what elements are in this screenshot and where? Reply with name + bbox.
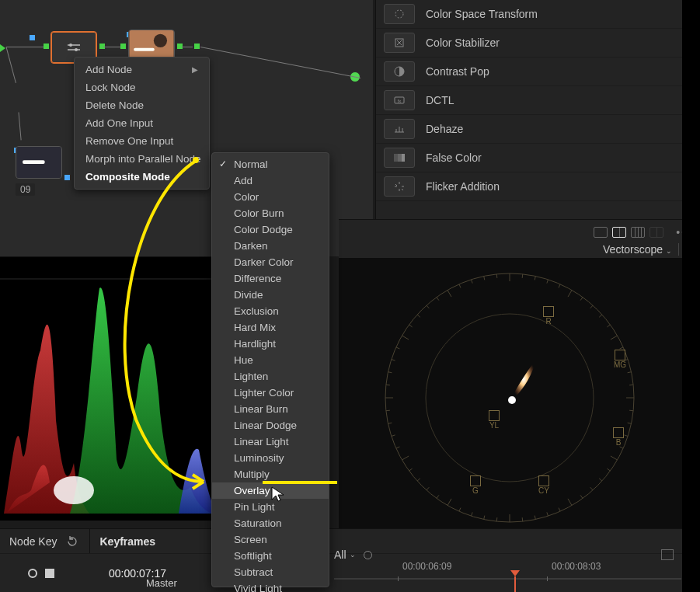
ctx-item-add-input[interactable]: Add One Input [75,114,209,132]
keyframes-label[interactable]: Keyframes [89,529,165,553]
vectorscope: R MG B CY G YL [339,258,682,528]
node-link [103,47,120,47]
effect-flicker-addition[interactable]: Flicker Addition [376,172,700,201]
composite-mode-normal[interactable]: Normal [212,156,329,172]
svg-line-49 [392,435,395,437]
svg-text:fx: fx [398,99,402,103]
composite-mode-luminosity[interactable]: Luminosity [212,450,329,466]
composite-mode-hard-mix[interactable]: Hard Mix [212,319,329,336]
svg-line-76 [607,325,610,327]
node-port[interactable] [44,44,49,49]
effect-color-stabilizer[interactable]: Color Stabilizer [376,29,700,57]
svg-line-46 [409,468,413,471]
svg-line-42 [448,499,451,506]
mouse-cursor-icon [270,486,287,503]
svg-line-29 [599,479,602,481]
svg-line-71 [559,284,560,288]
scope-dropdown-label: Vectorscope [603,243,663,256]
svg-line-58 [409,325,413,327]
node-09[interactable] [16,146,62,179]
ctx-item-label: Lock Node [85,82,136,93]
composite-mode-exclusion[interactable]: Exclusion [212,303,329,319]
reset-icon[interactable] [66,535,78,548]
composite-mode-multiply[interactable]: Multiply [212,466,329,482]
composite-mode-linear-light[interactable]: Linear Light [212,434,329,450]
svg-line-43 [437,495,439,498]
keyframe-timeline[interactable]: All ⌄ 00:00:06:09 00:00:08:03 [334,544,681,592]
ctx-item-composite-mode[interactable]: Composite Mode [75,168,209,186]
svg-line-34 [547,512,549,516]
node-key-label: Node Key [0,535,66,548]
svg-line-51 [386,410,390,411]
master-label: Master [146,577,177,589]
ctx-item-morph[interactable]: Morph into Parallel Node [75,150,209,168]
composite-mode-submenu[interactable]: NormalAddColorColor BurnColor DodgeDarke… [211,152,329,587]
svg-point-19 [54,476,94,504]
composite-mode-hue[interactable]: Hue [212,352,329,368]
svg-line-36 [522,517,523,521]
effect-icon [384,4,415,24]
record-circle-icon[interactable] [28,569,37,578]
ctx-item-label: Morph into Parallel Node [85,153,201,165]
clip-thumbnail [16,147,61,178]
ctx-item-add-node[interactable]: Add Node ▶ [75,61,209,78]
node-link [6,47,44,47]
timeline-radio[interactable] [364,551,372,559]
ctx-item-label: Add Node [85,64,132,75]
composite-mode-difference[interactable]: Difference [212,270,329,287]
effect-color-space-transform[interactable]: Color Space Transform [376,0,700,29]
effect-icon [384,176,415,197]
composite-mode-color-dodge[interactable]: Color Dodge [212,221,329,238]
playhead[interactable] [514,576,516,592]
node-port[interactable] [120,44,126,49]
composite-mode-darken[interactable]: Darken [212,238,329,254]
composite-mode-lighten[interactable]: Lighten [212,368,329,385]
ctx-item-remove-input[interactable]: Remove One Input [75,132,209,150]
composite-mode-divide[interactable]: Divide [212,287,329,303]
composite-mode-linear-dodge[interactable]: Linear Dodge [212,417,329,434]
composite-mode-darker-color[interactable]: Darker Color [212,254,329,270]
composite-mode-screen[interactable]: Screen [212,531,329,548]
composite-mode-softlight[interactable]: Softlight [212,548,329,564]
effect-dehaze[interactable]: Dehaze [376,115,700,144]
composite-mode-hardlight[interactable]: Hardlight [212,336,329,352]
composite-mode-saturation[interactable]: Saturation [212,515,329,531]
composite-mode-linear-burn[interactable]: Linear Burn [212,401,329,417]
record-square-icon[interactable] [45,569,54,578]
node-port[interactable] [64,175,70,180]
svg-line-38 [496,517,497,521]
scope-dropdown[interactable]: Vectorscope ⌄ [603,243,672,256]
vs-target-b: B [609,427,628,447]
timeline-track[interactable] [334,578,681,580]
composite-mode-lighter-color[interactable]: Lighter Color [212,385,329,401]
svg-line-27 [611,456,618,460]
svg-rect-14 [402,154,405,162]
scope-layout-1up[interactable] [594,227,608,238]
svg-line-72 [568,290,572,297]
effect-dctl[interactable]: fxDCTL [376,86,700,115]
effect-contrast-pop[interactable]: Contrast Pop [376,57,700,86]
effect-label: DCTL [426,94,454,106]
expand-icon[interactable] [661,549,674,560]
ctx-item-delete-node[interactable]: Delete Node [75,96,209,114]
composite-mode-subtract[interactable]: Subtract [212,564,329,580]
svg-rect-13 [398,154,402,162]
svg-line-77 [611,336,618,340]
composite-mode-add[interactable]: Add [212,172,329,189]
composite-mode-color-burn[interactable]: Color Burn [212,205,329,221]
composite-mode-color[interactable]: Color [212,189,329,205]
scope-layout-grid[interactable] [650,227,663,238]
composite-mode-vivid-light[interactable]: Vivid Light [212,580,329,592]
node-port[interactable] [30,35,35,40]
svg-line-62 [448,290,451,297]
effect-false-color[interactable]: False Color [376,144,700,172]
ctx-item-lock-node[interactable]: Lock Node [75,78,209,96]
svg-line-35 [535,516,535,520]
scope-layout-2up[interactable] [612,227,626,238]
timeline-all-dropdown[interactable]: All ⌄ [334,548,356,561]
svg-line-78 [620,347,624,349]
effects-panel[interactable]: Color Space TransformColor StabilizerCon… [375,0,700,219]
scope-layout-4up[interactable] [631,227,645,238]
node-port[interactable] [194,44,200,49]
context-menu[interactable]: Add Node ▶ Lock Node Delete Node Add One… [74,57,210,190]
